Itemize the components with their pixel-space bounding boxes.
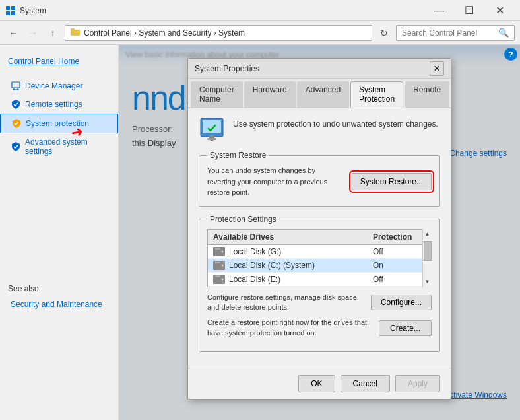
path-icon [71, 27, 80, 38]
drives-table-wrapper: Available Drives Protection Local Disk (… [207, 229, 432, 287]
svg-rect-17 [215, 248, 220, 250]
drive-name-g: Local Disk (G:) [229, 247, 373, 256]
search-icon: 🔍 [498, 28, 509, 38]
window-controls: — ☐ ✕ [424, 0, 515, 21]
drive-name-c: Local Disk (C:) (System) [229, 261, 373, 270]
sidebar: Control Panel Home Device Manager Remote… [0, 45, 119, 420]
svg-rect-5 [71, 28, 75, 31]
svg-rect-6 [12, 82, 20, 88]
forward-button[interactable]: → [25, 25, 41, 41]
scrollbar-track [423, 240, 432, 277]
drive-row-e[interactable]: Local Disk (E:) Off [208, 273, 431, 287]
path-text: Control Panel › System and Security › Sy… [84, 28, 245, 38]
svg-rect-15 [207, 138, 216, 140]
refresh-button[interactable]: ↻ [376, 25, 392, 41]
drives-table: Available Drives Protection Local Disk (… [207, 229, 432, 287]
create-row: Create a restore point right now for the… [207, 318, 432, 338]
main-panel: View basic information about your comput… [119, 45, 520, 420]
main-content: Control Panel Home Device Manager Remote… [0, 45, 520, 420]
close-button[interactable]: ✕ [484, 0, 515, 21]
drive-icon-g [213, 247, 225, 256]
sidebar-item-advanced-system-settings[interactable]: Advanced system settings [0, 133, 118, 160]
system-properties-dialog: System Properties ✕ Computer Name Hardwa… [187, 58, 451, 400]
sidebar-item-security-maintenance[interactable]: Security and Maintenance [0, 296, 118, 313]
table-header: Available Drives Protection [208, 230, 431, 245]
drive-row-g[interactable]: Local Disk (G:) Off [208, 245, 431, 259]
protection-desc-icon [199, 116, 225, 143]
scrollbar-down-arrow[interactable]: ▼ [423, 277, 432, 287]
configure-button[interactable]: Configure... [371, 295, 432, 310]
svg-point-18 [222, 250, 224, 252]
system-restore-button[interactable]: System Restore... [352, 173, 432, 190]
remote-settings-icon [11, 99, 21, 110]
window-icon [5, 5, 16, 16]
protection-settings-section: Protection Settings Available Drives Pro… [199, 215, 440, 353]
drive-row-c[interactable]: Local Disk (C:) (System) On [208, 259, 431, 273]
table-scroll[interactable]: Local Disk (G:) Off Local Disk (C:) (Sys… [208, 245, 431, 287]
drive-icon-c [213, 261, 225, 270]
create-button[interactable]: Create... [379, 320, 432, 336]
svg-rect-1 [11, 6, 15, 10]
drive-icon-e [213, 275, 225, 284]
see-also-title: See also [0, 279, 118, 296]
device-manager-icon [11, 81, 21, 91]
system-restore-legend: System Restore [207, 151, 269, 160]
svg-rect-12 [203, 120, 221, 133]
system-protection-icon [11, 118, 22, 129]
configure-desc: Configure restore settings, manage disk … [207, 293, 360, 313]
col-protection-header: Protection [373, 232, 426, 242]
drive-protection-c: On [373, 261, 426, 270]
dialog-content: Use system protection to undo unwanted s… [188, 108, 451, 368]
security-maintenance-label: Security and Maintenance [11, 300, 102, 309]
ok-button[interactable]: OK [298, 375, 335, 392]
up-button[interactable]: ↑ [45, 25, 61, 41]
dialog-title-bar: System Properties ✕ [188, 59, 451, 79]
dialog-close-button[interactable]: ✕ [430, 61, 444, 76]
dialog-footer: OK Cancel Apply [188, 368, 451, 399]
restore-row: You can undo system changes by reverting… [207, 165, 432, 198]
tab-remote[interactable]: Remote [405, 81, 449, 108]
sidebar-item-system-protection[interactable]: System protection [0, 114, 118, 133]
sidebar-item-device-manager[interactable]: Device Manager [0, 77, 118, 95]
protection-desc-text: Use system protection to undo unwanted s… [233, 116, 438, 130]
tab-advanced[interactable]: Advanced [297, 81, 349, 108]
sidebar-home[interactable]: Control Panel Home [0, 53, 118, 70]
system-restore-section: System Restore You can undo system chang… [199, 151, 440, 207]
svg-rect-20 [215, 262, 220, 263]
minimize-button[interactable]: — [424, 0, 454, 21]
search-input[interactable] [402, 28, 498, 38]
address-bar: ← → ↑ Control Panel › System and Securit… [0, 21, 520, 45]
col-drive-header: Available Drives [213, 232, 373, 242]
scrollbar-up-arrow[interactable]: ▲ [423, 229, 432, 240]
protection-settings-legend: Protection Settings [207, 215, 279, 224]
apply-button[interactable]: Apply [395, 375, 440, 392]
restore-desc: You can undo system changes by reverting… [207, 165, 341, 198]
create-desc: Create a restore point right now for the… [207, 318, 368, 338]
svg-rect-3 [11, 11, 15, 15]
dialog-overlay: System Properties ✕ Computer Name Hardwa… [119, 45, 520, 420]
drive-name-e: Local Disk (E:) [229, 275, 373, 284]
tab-system-protection[interactable]: System Protection [350, 81, 403, 108]
address-path[interactable]: Control Panel › System and Security › Sy… [65, 25, 372, 41]
tab-hardware[interactable]: Hardware [244, 81, 296, 108]
back-button[interactable]: ← [5, 25, 21, 41]
scrollbar-thumb[interactable] [424, 241, 432, 261]
help-icon[interactable]: ? [504, 48, 517, 61]
svg-rect-23 [215, 275, 220, 277]
sidebar-item-advanced-system-settings-label: Advanced system settings [25, 137, 110, 156]
cancel-button[interactable]: Cancel [341, 375, 390, 392]
sidebar-item-system-protection-label: System protection [26, 119, 89, 128]
search-box[interactable]: 🔍 [396, 25, 515, 41]
svg-point-21 [222, 264, 224, 266]
configure-row: Configure restore settings, manage disk … [207, 293, 432, 313]
drive-protection-g: Off [373, 247, 426, 256]
svg-point-24 [222, 278, 224, 280]
dialog-title: System Properties [195, 64, 430, 73]
sidebar-item-remote-settings-label: Remote settings [25, 100, 82, 109]
sidebar-item-remote-settings[interactable]: Remote settings [0, 95, 118, 114]
sidebar-item-device-manager-label: Device Manager [25, 81, 82, 90]
maximize-button[interactable]: ☐ [454, 0, 484, 21]
table-scrollbar[interactable]: ▲ ▼ [422, 229, 432, 287]
tab-computer-name[interactable]: Computer Name [191, 81, 243, 108]
svg-rect-2 [6, 11, 10, 15]
